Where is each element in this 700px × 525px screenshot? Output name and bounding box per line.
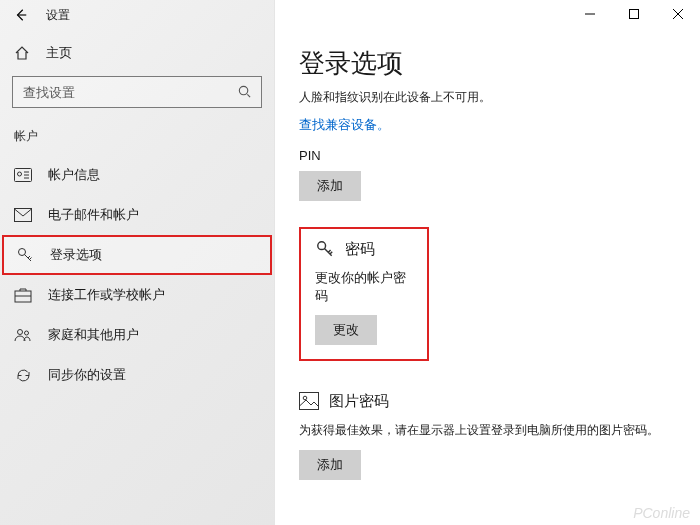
svg-rect-10	[300, 393, 319, 410]
svg-point-4	[19, 249, 26, 256]
sidebar-home[interactable]: 主页	[0, 30, 274, 72]
svg-point-2	[18, 172, 22, 176]
sidebar-item-label: 登录选项	[50, 246, 102, 264]
briefcase-icon	[14, 286, 32, 304]
page-title: 登录选项	[299, 46, 676, 81]
window-controls	[568, 0, 700, 28]
page-subtext: 人脸和指纹识别在此设备上不可用。	[299, 89, 676, 106]
key-icon	[315, 239, 335, 259]
svg-rect-8	[630, 10, 639, 19]
sidebar: 设置 主页 帐户 帐户信息	[0, 0, 275, 525]
sidebar-nav: 帐户信息 电子邮件和帐户 登录选项 连接工作或学校帐户	[0, 155, 274, 395]
sidebar-item-signin-options[interactable]: 登录选项	[2, 235, 272, 275]
add-pin-button[interactable]: 添加	[299, 171, 361, 201]
sidebar-item-work-school[interactable]: 连接工作或学校帐户	[0, 275, 274, 315]
sidebar-item-label: 连接工作或学校帐户	[48, 286, 165, 304]
sidebar-item-label: 电子邮件和帐户	[48, 206, 139, 224]
svg-point-7	[25, 331, 29, 335]
sidebar-item-email[interactable]: 电子邮件和帐户	[0, 195, 274, 235]
home-icon	[14, 45, 30, 61]
titlebar-left: 设置	[0, 0, 274, 30]
search-box[interactable]	[12, 76, 262, 108]
back-icon[interactable]	[14, 8, 28, 22]
pin-label: PIN	[299, 148, 676, 163]
find-devices-link[interactable]: 查找兼容设备。	[299, 116, 676, 134]
home-label: 主页	[46, 44, 72, 62]
sidebar-item-label: 帐户信息	[48, 166, 100, 184]
svg-point-9	[318, 242, 326, 250]
sync-icon	[14, 366, 32, 384]
picture-title: 图片密码	[329, 392, 389, 411]
password-desc: 更改你的帐户密码	[315, 269, 413, 305]
sidebar-item-label: 同步你的设置	[48, 366, 126, 384]
svg-point-6	[18, 330, 23, 335]
window-title: 设置	[46, 7, 70, 24]
maximize-button[interactable]	[612, 0, 656, 28]
people-icon	[14, 326, 32, 344]
picture-desc: 为获得最佳效果，请在显示器上设置登录到电脑所使用的图片密码。	[299, 421, 659, 440]
password-title: 密码	[345, 240, 375, 259]
sidebar-item-family[interactable]: 家庭和其他用户	[0, 315, 274, 355]
mail-icon	[14, 206, 32, 224]
password-section: 密码 更改你的帐户密码 更改	[299, 227, 429, 361]
id-card-icon	[14, 166, 32, 184]
search-icon	[237, 84, 253, 100]
minimize-button[interactable]	[568, 0, 612, 28]
sidebar-item-account-info[interactable]: 帐户信息	[0, 155, 274, 195]
sidebar-item-sync[interactable]: 同步你的设置	[0, 355, 274, 395]
key-icon	[16, 246, 34, 264]
search-input[interactable]	[21, 84, 237, 101]
close-button[interactable]	[656, 0, 700, 28]
picture-icon	[299, 391, 319, 411]
svg-rect-3	[15, 209, 32, 222]
main-panel: 登录选项 人脸和指纹识别在此设备上不可用。 查找兼容设备。 PIN 添加 密码 …	[275, 0, 700, 525]
sidebar-item-label: 家庭和其他用户	[48, 326, 139, 344]
picture-password-section: 图片密码 为获得最佳效果，请在显示器上设置登录到电脑所使用的图片密码。 添加	[299, 391, 676, 480]
add-picture-password-button[interactable]: 添加	[299, 450, 361, 480]
watermark: PConline	[633, 505, 690, 521]
svg-point-0	[239, 86, 247, 94]
svg-point-11	[303, 396, 307, 400]
section-accounts-label: 帐户	[0, 122, 274, 155]
change-password-button[interactable]: 更改	[315, 315, 377, 345]
